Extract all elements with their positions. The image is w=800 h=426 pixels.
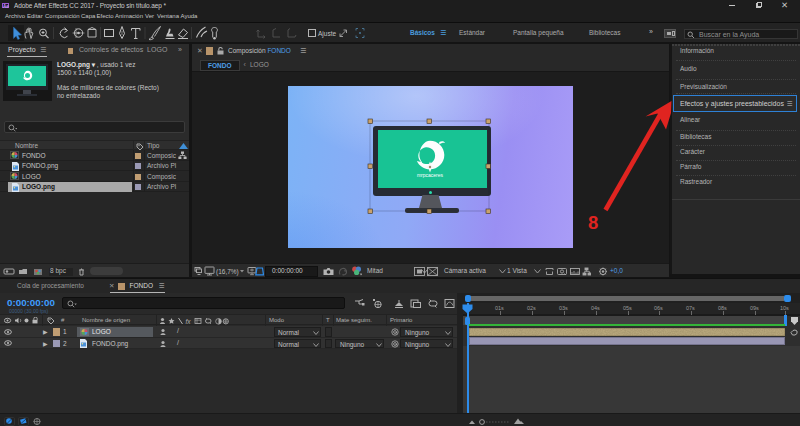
svg-text:fx: fx: [186, 317, 192, 324]
svg-text:(16,7%): (16,7%): [216, 268, 239, 276]
svg-text:Ajuste: Ajuste: [318, 30, 336, 38]
